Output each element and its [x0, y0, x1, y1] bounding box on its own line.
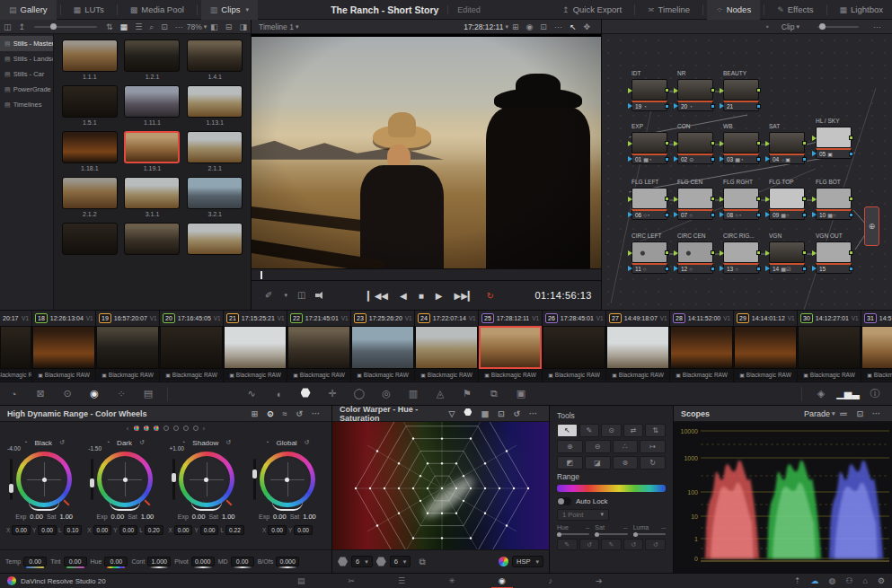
page-cut[interactable]: ✂	[345, 576, 359, 585]
nav-next-icon[interactable]: ›	[203, 425, 206, 433]
warper-tool-r1-3[interactable]: ⇄	[623, 424, 644, 437]
magic-mask-icon[interactable]: ▥	[400, 388, 427, 399]
timeline-clip[interactable]: 20:17V1 ▣Blackmagic RAW	[0, 311, 32, 382]
playhead[interactable]	[261, 271, 262, 279]
gallery-album-item[interactable]: ▤Timelines	[0, 97, 53, 112]
scope-more-icon[interactable]: ···	[868, 408, 885, 420]
timeline-clip[interactable]: 1812:26:13:04V1 ▣Blackmagic RAW	[32, 311, 96, 382]
warper-tool-r1-4[interactable]: ⇅	[645, 424, 666, 437]
grade-node[interactable]: VGN 14▦☑	[769, 233, 807, 274]
timeline-selector[interactable]: Timeline 1▾	[259, 22, 298, 31]
action-button-effects[interactable]: ✎Effects	[768, 0, 822, 20]
curves-icon[interactable]: ∿	[238, 388, 265, 399]
wipe-mode-icon[interactable]: ⊞	[508, 21, 523, 33]
gallery-still[interactable]	[186, 223, 243, 260]
panel-toggle-icon[interactable]: ◫	[0, 21, 15, 33]
viewer-more-icon[interactable]: ···	[551, 21, 566, 33]
web-icon[interactable]: ◍	[829, 576, 836, 585]
sizing-icon[interactable]: ⊠	[27, 388, 54, 399]
enhanced-viewer-icon[interactable]: ◉	[523, 21, 537, 33]
action-button-quick-export[interactable]: ↥Quick Export	[553, 0, 631, 20]
hdr-param-value[interactable]: 0.00	[231, 557, 254, 566]
wipe-view-icon[interactable]: ◨	[235, 21, 251, 33]
grade-node[interactable]: FLG LEFT 06○◔	[631, 179, 669, 220]
warper-tool-r3-0[interactable]: ◩	[557, 456, 583, 470]
3d-icon[interactable]: ▣	[508, 388, 534, 399]
grade-node[interactable]: WB 03▦◔	[723, 123, 761, 164]
gallery-still[interactable]: 1.4.1	[186, 39, 243, 83]
qualifier-icon[interactable]: ✛	[319, 388, 346, 399]
nav-button-media-pool[interactable]: ▩Media Pool	[121, 0, 193, 20]
grade-node[interactable]: FLG RGHT 08○◔	[723, 179, 761, 220]
stills-icon[interactable]: ▤	[135, 388, 162, 399]
sat-value[interactable]: 1.00	[59, 513, 73, 521]
gallery-still[interactable]: 1.11.1	[124, 85, 181, 129]
warper-tool-r3-1[interactable]: ◪	[585, 456, 611, 470]
nav-button-clips[interactable]: ▥Clips▾	[201, 0, 258, 20]
gallery-still[interactable]	[124, 223, 181, 260]
more-options-icon[interactable]: ···	[172, 21, 187, 33]
info-icon[interactable]: ⓘ	[861, 387, 888, 400]
grade-node[interactable]: NR 20◔	[677, 70, 715, 111]
color-slice-icon[interactable]: ◖	[265, 389, 292, 399]
pointer-tool-icon[interactable]: ↖	[566, 21, 580, 33]
range-gradient-bar[interactable]	[557, 485, 666, 492]
wheel-handle[interactable]	[42, 478, 47, 482]
gallery-still[interactable]: 2.1.1	[186, 131, 243, 175]
reset-panel-icon[interactable]: ↺	[291, 408, 307, 420]
timeline-clip[interactable]: 2417:22:07:14V1 ▣Blackmagic RAW	[415, 311, 479, 382]
warper-more-icon[interactable]: ···	[525, 408, 542, 420]
gallery-album-item[interactable]: ▤PowerGrade 1	[0, 82, 53, 97]
point-count-select[interactable]: 1 Point▾	[557, 509, 609, 521]
zoom-level[interactable]: 78%	[187, 22, 202, 31]
gallery-still[interactable]: 1.13.1	[186, 85, 243, 129]
page-deliver[interactable]: ➔	[592, 576, 606, 585]
page-media[interactable]: ▤	[294, 576, 309, 585]
timeline-clip[interactable]: 2814:11:52:00V1 ▣Blackmagic RAW	[670, 311, 734, 382]
wheel-handle[interactable]	[204, 478, 208, 482]
power-window-icon[interactable]: ◯	[346, 388, 373, 399]
render-status-icon[interactable]: ⇡	[794, 576, 801, 585]
hdr-param-value[interactable]: 0.000	[276, 557, 299, 566]
play-button[interactable]: ▶	[436, 291, 443, 301]
timeline-clip[interactable]: 2017:16:45:05V1 ▣Blackmagic RAW	[160, 311, 224, 382]
gallery-still[interactable]: 3.1.1	[124, 177, 181, 221]
tracker-window-icon[interactable]: ⊙	[54, 388, 81, 399]
hue-divisions-select[interactable]: 6▾	[351, 556, 373, 567]
sat-value[interactable]: 1.00	[222, 513, 235, 521]
timeline-clip[interactable]: 2617:28:45:01V1 ▣Blackmagic RAW	[543, 311, 606, 382]
hdr-grade-icon[interactable]: ◉	[81, 388, 108, 399]
clip-selector[interactable]: Clip▾	[782, 22, 799, 31]
wheel-x-value[interactable]: 0.00	[174, 525, 193, 535]
grade-node[interactable]: FLG CEN 07○	[677, 179, 715, 220]
gallery-still[interactable]: 1.1.1	[61, 39, 119, 83]
nav-button-gallery[interactable]: ▤Gallery	[0, 0, 57, 20]
hue-pen-button[interactable]: ✎	[557, 539, 578, 550]
viewer-frame[interactable]	[252, 34, 601, 268]
viewer-timecode[interactable]: 17:28:12:11	[464, 22, 503, 31]
page-edit[interactable]: ☰	[394, 576, 409, 585]
warper-tool-r2-1[interactable]: ⊖	[585, 440, 611, 453]
hdr-param-value[interactable]: 0.00	[64, 557, 87, 566]
wheel-y-value[interactable]: 0.00	[38, 525, 57, 535]
fullscreen-icon[interactable]: ⊡	[536, 21, 551, 33]
gallery-still[interactable]: 1.19.1	[124, 131, 181, 175]
sat-pen-button[interactable]: ✎	[601, 539, 622, 550]
hdr-param-value[interactable]: 1.000	[147, 557, 171, 566]
wheel-reset-icon[interactable]: ↺	[59, 436, 65, 449]
motion-effects-icon[interactable]: ⁘	[108, 388, 135, 399]
color-wheel[interactable]	[260, 452, 315, 507]
node-more-icon[interactable]: ···	[870, 21, 885, 33]
scopes-icon[interactable]: ▁▅▃	[835, 388, 861, 399]
wheel-handle[interactable]	[285, 478, 289, 482]
exp-value[interactable]: 0.00	[111, 513, 125, 521]
scope-settings-icon[interactable]: ≔	[835, 408, 852, 420]
wheel-zone-icon[interactable]: ◔	[265, 436, 269, 449]
tracker-icon[interactable]: ◎	[373, 388, 400, 399]
loop-button[interactable]: ↻	[487, 291, 494, 301]
warper-tool-r2-2[interactable]: ∴	[613, 440, 639, 453]
exp-value[interactable]: 0.00	[273, 513, 287, 521]
wheel-reset-icon[interactable]: ↺	[139, 436, 145, 449]
settings-icon[interactable]: ⚙	[878, 576, 885, 585]
add-zone-icon[interactable]: ⊞	[246, 408, 262, 420]
